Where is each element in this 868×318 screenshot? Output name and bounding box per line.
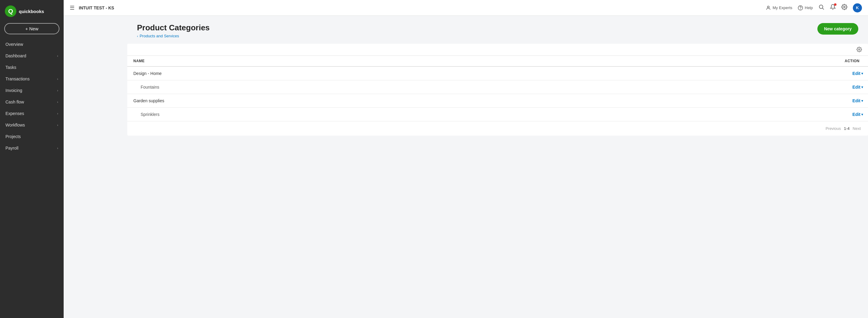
edit-button-row3[interactable]: Edit ▾	[852, 112, 863, 117]
svg-text:Q: Q	[8, 7, 13, 15]
logo: Q quickbooks	[0, 0, 64, 21]
table-settings-icon[interactable]	[857, 47, 862, 54]
company-name: INTUIT TEST - KS	[79, 5, 114, 10]
table-row: Sprinklers Edit ▾	[127, 108, 868, 121]
sidebar-item-expenses[interactable]: Expenses ›	[0, 108, 64, 119]
row-action: Edit ▾	[567, 80, 868, 94]
next-button[interactable]: Next	[852, 126, 861, 131]
svg-point-8	[859, 49, 860, 50]
page-title: Product Categories	[137, 23, 210, 32]
sidebar-item-overview[interactable]: Overview	[0, 38, 64, 50]
chevron-right-icon: ›	[57, 54, 58, 58]
breadcrumb-label: Products and Services	[140, 34, 179, 38]
table-row: Fountains Edit ▾	[127, 80, 868, 94]
edit-button-row2[interactable]: Edit ▾	[852, 98, 863, 103]
chevron-right-icon: ›	[57, 112, 58, 115]
sidebar-item-tasks[interactable]: Tasks	[0, 62, 64, 73]
table-area: NAME ACTION Design - Home Edit ▾ Fountai…	[127, 44, 868, 136]
page-header: Product Categories ‹ Products and Servic…	[127, 16, 868, 44]
table-row: Garden supplies Edit ▾	[127, 94, 868, 108]
svg-point-2	[767, 6, 769, 8]
topbar: ☰ INTUIT TEST - KS My Experts Help K	[64, 0, 868, 16]
sidebar-item-cashflow[interactable]: Cash flow ›	[0, 96, 64, 108]
pagination-range: 1-4	[844, 126, 849, 131]
sidebar-nav: Overview Dashboard › Tasks Transactions …	[0, 38, 64, 318]
chevron-right-icon: ›	[57, 77, 58, 81]
row-action: Edit ▾	[567, 108, 868, 121]
notification-dot	[834, 3, 836, 6]
sidebar-item-invoicing[interactable]: Invoicing ›	[0, 85, 64, 96]
dropdown-arrow-icon: ▾	[861, 71, 863, 76]
action-column-header: ACTION	[567, 56, 868, 66]
breadcrumb[interactable]: ‹ Products and Services	[137, 34, 210, 38]
breadcrumb-chevron-icon: ‹	[137, 34, 138, 38]
sidebar-item-payroll[interactable]: Payroll ›	[0, 142, 64, 154]
dropdown-arrow-icon: ▾	[861, 99, 863, 103]
categories-table: NAME ACTION Design - Home Edit ▾ Fountai…	[127, 56, 868, 121]
row-name: Garden supplies	[127, 94, 567, 108]
topbar-right: My Experts Help K	[766, 3, 862, 12]
previous-button[interactable]: Previous	[826, 126, 841, 131]
help-circle-icon	[798, 5, 803, 10]
my-experts-link[interactable]: My Experts	[766, 5, 792, 10]
dropdown-arrow-icon: ▾	[861, 85, 863, 89]
gear-icon	[841, 4, 847, 10]
sidebar-item-dashboard[interactable]: Dashboard ›	[0, 50, 64, 62]
hamburger-icon[interactable]: ☰	[70, 4, 74, 11]
search-icon-button[interactable]	[818, 4, 824, 11]
name-column-header: NAME	[127, 56, 567, 66]
svg-point-7	[844, 6, 845, 8]
sidebar-item-transactions[interactable]: Transactions ›	[0, 73, 64, 85]
chevron-right-icon: ›	[57, 146, 58, 150]
main-content: Product Categories ‹ Products and Servic…	[127, 16, 868, 318]
table-row: Design - Home Edit ▾	[127, 66, 868, 80]
quickbooks-logo: Q	[5, 5, 17, 17]
person-icon	[766, 5, 771, 10]
svg-point-4	[800, 9, 801, 9]
table-toolbar	[127, 44, 868, 56]
row-name: Design - Home	[127, 66, 567, 80]
row-name-sub: Fountains	[127, 80, 567, 94]
topbar-left: ☰ INTUIT TEST - KS	[70, 4, 114, 11]
row-action: Edit ▾	[567, 66, 868, 80]
sidebar-item-workflows[interactable]: Workflows ›	[0, 119, 64, 131]
new-category-button[interactable]: New category	[817, 23, 858, 35]
svg-point-5	[819, 5, 823, 8]
help-link[interactable]: Help	[798, 5, 813, 10]
chevron-right-icon: ›	[57, 123, 58, 127]
chevron-right-icon: ›	[57, 89, 58, 92]
svg-line-6	[823, 8, 824, 10]
notification-bell-button[interactable]	[830, 4, 836, 11]
settings-icon-button[interactable]	[841, 4, 847, 11]
edit-button-row1[interactable]: Edit ▾	[852, 85, 863, 89]
edit-button-row0[interactable]: Edit ▾	[852, 71, 863, 76]
chevron-right-icon: ›	[57, 100, 58, 104]
sidebar-item-projects[interactable]: Projects	[0, 131, 64, 142]
search-icon	[818, 4, 824, 10]
row-action: Edit ▾	[567, 94, 868, 108]
pagination: Previous 1-4 Next	[127, 121, 868, 136]
new-button[interactable]: + New	[4, 23, 59, 34]
row-name-sub: Sprinklers	[127, 108, 567, 121]
user-avatar[interactable]: K	[853, 3, 862, 12]
sidebar: Q quickbooks + New Overview Dashboard › …	[0, 0, 64, 318]
brand-name: quickbooks	[19, 9, 44, 14]
dropdown-arrow-icon: ▾	[861, 113, 863, 117]
page-header-left: Product Categories ‹ Products and Servic…	[137, 23, 210, 38]
